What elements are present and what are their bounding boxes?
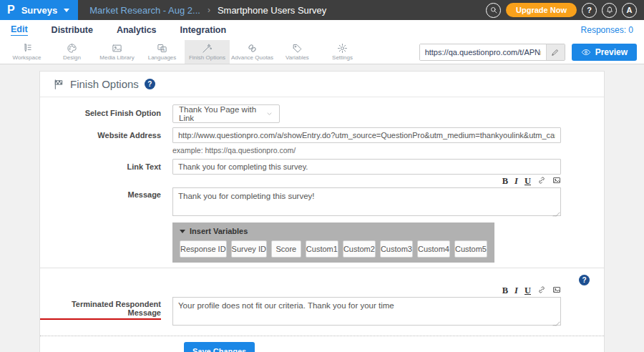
survey-url-box	[419, 44, 565, 61]
insert-link-button[interactable]	[537, 285, 546, 296]
insert-link-button[interactable]	[537, 176, 546, 187]
link-text-label: Link Text	[40, 159, 172, 175]
link-icon	[537, 176, 546, 185]
message-label: Message	[40, 176, 172, 263]
finish-options-help-icon[interactable]: ?	[145, 79, 155, 89]
bold-button[interactable]: B	[502, 177, 508, 186]
topbar-actions: Upgrade Now ? A	[486, 0, 644, 20]
edit-toolbar: Workspace Design Media Library xA Langua…	[0, 40, 644, 64]
terminated-respondent-message-label: Terminated Respondent Message	[40, 300, 161, 320]
edit-url-button[interactable]	[546, 44, 565, 60]
insert-variables-toggle[interactable]: Insert Variables	[180, 227, 487, 235]
terminated-section-help-icon[interactable]: ?	[579, 275, 590, 285]
svg-text:A: A	[162, 48, 165, 52]
finish-options-form: Select Finish Option Thank You Page with…	[40, 97, 604, 352]
chevron-down-icon	[64, 9, 69, 12]
avatar[interactable]: A	[622, 3, 637, 18]
insert-variables-panel: Insert Variables Response ID Survey ID S…	[172, 223, 494, 263]
eye-icon	[581, 47, 591, 57]
brand-surveys-menu[interactable]: P Surveys	[0, 0, 78, 20]
search-button[interactable]	[486, 3, 501, 18]
link-text-input[interactable]	[172, 159, 561, 175]
variable-custom1-button[interactable]: Custom1	[306, 240, 338, 258]
toolbar-item-languages[interactable]: xA Languages	[140, 40, 185, 64]
toolbar-item-design[interactable]: Design	[49, 40, 94, 64]
chain-links-icon	[247, 43, 258, 54]
tab-analytics[interactable]: Analytics	[117, 25, 157, 36]
toolbar-item-workspace[interactable]: Workspace	[4, 40, 49, 64]
pencil-icon	[551, 48, 560, 57]
toolbar-item-settings[interactable]: Settings	[320, 40, 365, 64]
top-bar: P Surveys Market Research - Aug 2... › S…	[0, 0, 644, 20]
toolbar-item-variables[interactable]: Variables	[275, 40, 320, 64]
variable-custom2-button[interactable]: Custom2	[343, 240, 376, 258]
breadcrumb-survey-title: Smartphone Users Survey	[218, 5, 326, 16]
gear-icon	[337, 43, 348, 54]
pen-list-icon	[21, 43, 32, 54]
terminated-editor-toolbar: B I U	[172, 285, 561, 296]
finish-options-panel: Finish Options ? Select Finish Option Th…	[39, 71, 605, 352]
website-address-label: Website Address	[40, 127, 172, 156]
variable-custom4-button[interactable]: Custom4	[417, 240, 450, 258]
insert-variables-buttons: Response ID Survey ID Score Custom1 Cust…	[180, 240, 487, 258]
page-title: Finish Options	[70, 78, 139, 90]
upgrade-now-button[interactable]: Upgrade Now	[506, 3, 577, 17]
tag-icon	[292, 43, 303, 54]
toolbar-item-advance-quotas[interactable]: Advance Quotas	[230, 40, 275, 64]
preview-button[interactable]: Preview	[572, 44, 637, 61]
insert-image-button[interactable]	[552, 285, 561, 296]
image-icon	[552, 285, 561, 294]
translate-icon: xA	[157, 43, 167, 54]
toolbar-right: Preview	[419, 40, 637, 64]
toolbar-item-media-library[interactable]: Media Library	[94, 40, 140, 64]
insert-variables-title: Insert Variables	[190, 227, 248, 235]
message-textarea[interactable]: Thank you for completing this survey!	[172, 187, 561, 216]
magic-wand-icon	[202, 43, 213, 54]
checkered-flag-icon	[53, 79, 64, 90]
insert-image-button[interactable]	[552, 176, 561, 187]
finish-option-selected-value: Thank You Page with Link	[179, 105, 265, 122]
panel-header: Finish Options ?	[40, 72, 604, 97]
website-address-example: example: https://qa.questionpro.com/	[172, 146, 561, 156]
select-finish-option-label: Select Finish Option	[40, 104, 172, 123]
bold-button[interactable]: B	[502, 286, 508, 295]
image-icon	[552, 176, 561, 185]
chevron-down-icon	[265, 109, 273, 118]
survey-url-input[interactable]	[420, 44, 546, 60]
italic-button[interactable]: I	[514, 286, 518, 295]
notifications-button[interactable]	[602, 3, 617, 18]
message-editor-toolbar: B I U	[172, 176, 561, 187]
terminated-message-textarea[interactable]: Your profile does not fit our criteria. …	[172, 297, 561, 326]
tab-distribute[interactable]: Distribute	[52, 25, 93, 36]
toolbar-item-finish-options[interactable]: Finish Options	[185, 40, 230, 64]
breadcrumb: Market Research - Aug 2... › Smartphone …	[89, 0, 326, 20]
underline-button[interactable]: U	[525, 177, 531, 186]
search-icon	[489, 6, 498, 14]
palette-icon	[67, 43, 77, 54]
finish-option-select[interactable]: Thank You Page with Link	[172, 104, 280, 123]
responses-count[interactable]: Responses: 0	[581, 25, 633, 35]
breadcrumb-folder[interactable]: Market Research - Aug 2...	[89, 5, 200, 16]
tab-integration[interactable]: Integration	[180, 25, 227, 36]
product-name: Surveys	[21, 5, 58, 16]
help-button[interactable]: ?	[582, 3, 597, 18]
link-icon	[537, 285, 546, 294]
image-icon	[112, 43, 122, 54]
variable-score-button[interactable]: Score	[271, 240, 301, 258]
italic-button[interactable]: I	[514, 177, 518, 186]
caret-down-icon	[180, 230, 185, 233]
questionpro-logo: P	[7, 4, 15, 16]
variable-response-id-button[interactable]: Response ID	[180, 240, 227, 258]
variable-custom3-button[interactable]: Custom3	[380, 240, 413, 258]
website-address-input[interactable]	[172, 127, 561, 143]
bell-icon	[605, 6, 614, 14]
variable-custom5-button[interactable]: Custom5	[454, 240, 487, 258]
tab-edit[interactable]: Edit	[11, 24, 28, 36]
variable-survey-id-button[interactable]: Survey ID	[231, 240, 267, 258]
save-changes-button[interactable]: Save Changes	[184, 342, 255, 352]
underline-button[interactable]: U	[525, 286, 531, 295]
main-nav: Edit Distribute Analytics Integration Re…	[0, 20, 644, 40]
breadcrumb-separator-icon: ›	[208, 5, 210, 15]
